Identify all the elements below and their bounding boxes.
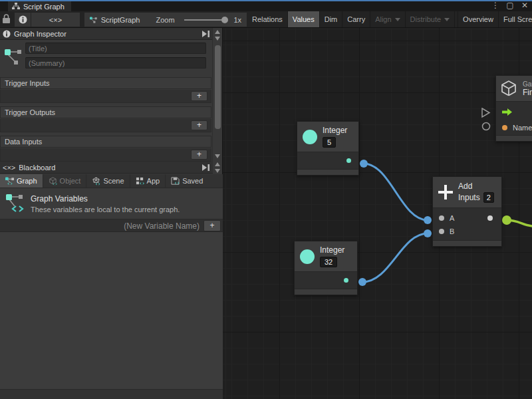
wire-endpoint[interactable] [360, 160, 368, 168]
zoom-slider[interactable] [184, 19, 226, 21]
focus-highlight-line [0, 0, 532, 1]
node-integer-a[interactable]: Integer 5 [297, 121, 359, 176]
tab-title: Script Graph [23, 3, 65, 11]
tab-saved[interactable]: Saved [166, 174, 208, 188]
output-port[interactable] [346, 158, 351, 163]
input-port-a[interactable] [439, 215, 444, 221]
lock-button[interactable] [2, 14, 11, 24]
graph-breadcrumb-zoom-group: ScriptGraph Zoom 1x [84, 13, 247, 27]
tab-script-graph[interactable]: Script Graph [8, 1, 71, 11]
new-variable-field[interactable] [3, 220, 200, 231]
trigger-outputs-list: + [0, 119, 211, 132]
graph-node-icon [4, 43, 23, 69]
scroll-up-icon[interactable] [215, 162, 220, 166]
chevron-down-icon [444, 18, 450, 21]
overview-button[interactable]: Overview [458, 11, 499, 27]
node-title: Integer [323, 126, 347, 135]
name-input-port[interactable] [502, 125, 507, 130]
dock-icon [201, 31, 210, 37]
data-inputs-list: + [0, 148, 211, 162]
wire-endpoint[interactable] [358, 278, 366, 286]
gameobject-cube-icon [500, 80, 517, 97]
panel-footer [0, 389, 223, 399]
blackboard-tabs: Graph Object Scene [0, 174, 223, 188]
scroll-down-icon[interactable] [215, 169, 220, 173]
trigger-arrow-icon[interactable] [502, 108, 512, 116]
node-title: Fin [523, 88, 532, 97]
window-close-icon[interactable]: ✕ [520, 1, 529, 10]
tab-app[interactable]: App [130, 174, 166, 188]
inputs-count-field[interactable]: 2 [483, 192, 494, 203]
object-cube-icon [49, 177, 57, 186]
scrollbar-thumb[interactable] [215, 45, 221, 129]
window-menu-icon[interactable]: ⋮ [491, 1, 500, 10]
add-trigger-input-button[interactable]: + [191, 91, 207, 101]
zoom-value: 1x [233, 16, 241, 24]
integer-value-field[interactable]: 5 [323, 137, 336, 148]
carry-button[interactable]: Carry [342, 11, 370, 27]
dock-panel-button[interactable] [201, 164, 210, 171]
graph-name[interactable]: ScriptGraph [101, 16, 140, 24]
inspect-toggle-button[interactable] [15, 13, 31, 27]
integer-type-icon [300, 249, 315, 264]
output-port[interactable] [487, 215, 493, 221]
scroll-down-icon[interactable] [215, 154, 220, 158]
blackboard-empty-area [0, 232, 223, 389]
graph-variables-title: Graph Variables [31, 194, 180, 203]
lock-icon [2, 14, 11, 24]
saved-floppy-icon [171, 177, 180, 186]
graph-summary-field[interactable] [25, 57, 206, 68]
node-footer [297, 169, 358, 175]
align-dropdown[interactable]: Align [370, 11, 405, 27]
wire-integer-b-to-add [362, 233, 428, 282]
integer-type-icon [303, 130, 317, 144]
integer-value-field[interactable]: 32 [320, 257, 337, 267]
node-clipped[interactable]: Gam Fin Name [495, 75, 532, 142]
code-icon: <×> [49, 16, 62, 24]
add-variable-button[interactable]: + [203, 220, 221, 231]
scroll-down-icon[interactable] [215, 37, 220, 41]
script-graph-icon [90, 16, 97, 24]
code-view-button[interactable]: <×> [31, 13, 80, 27]
graph-canvas[interactable]: Integer 5 Integer 32 [223, 28, 532, 399]
graph-inspector-title: Graph Inspector [14, 30, 66, 38]
trigger-outputs-header: Trigger Outputs [0, 106, 211, 118]
graph-title-field[interactable] [25, 43, 206, 54]
wire-endpoint[interactable] [502, 215, 511, 225]
dock-panel-button[interactable] [201, 31, 210, 37]
dock-icon [201, 164, 210, 171]
scroll-up-icon[interactable] [215, 30, 220, 34]
input-port-b[interactable] [439, 229, 444, 234]
graph-variables-icon [5, 192, 24, 215]
graph-inspector-header: Graph Inspector [0, 28, 213, 40]
graph-variables-info: Graph Variables These variables are loca… [0, 188, 223, 219]
add-operator-icon [438, 185, 453, 200]
wire-add-output [507, 220, 532, 226]
zoom-label: Zoom [156, 16, 174, 24]
trigger-connect-prompt-icon[interactable] [481, 108, 491, 118]
add-data-input-button[interactable]: + [191, 150, 207, 160]
port-label: Name [513, 124, 532, 132]
relations-button[interactable]: Relations [247, 11, 288, 27]
script-graph-window: Script Graph ⋮ ▢ ✕ <×> [0, 0, 532, 399]
zoom-slider-thumb[interactable] [221, 17, 228, 23]
tab-scene[interactable]: Scene [86, 174, 130, 188]
chevron-down-icon [395, 18, 400, 21]
wire-endpoint[interactable] [424, 216, 432, 224]
tab-graph[interactable]: Graph [0, 174, 43, 188]
node-integer-b[interactable]: Integer 32 [294, 241, 358, 295]
values-button[interactable]: Values [288, 11, 320, 27]
output-port[interactable] [344, 278, 348, 283]
full-screen-button[interactable]: Full Screen [499, 11, 532, 27]
window-maximize-icon[interactable]: ▢ [505, 1, 515, 10]
tab-object[interactable]: Object [43, 174, 87, 188]
trigger-input-row [496, 106, 532, 118]
add-trigger-output-button[interactable]: + [191, 120, 207, 130]
value-connect-prompt-icon[interactable] [481, 122, 491, 131]
node-add[interactable]: Add Inputs 2 A B [432, 176, 502, 247]
distribute-dropdown[interactable]: Distribute [406, 11, 455, 27]
dim-button[interactable]: Dim [320, 11, 343, 27]
inspector-scrollbar[interactable] [212, 28, 222, 162]
app-icon [136, 177, 144, 186]
wire-endpoint[interactable] [424, 229, 432, 237]
